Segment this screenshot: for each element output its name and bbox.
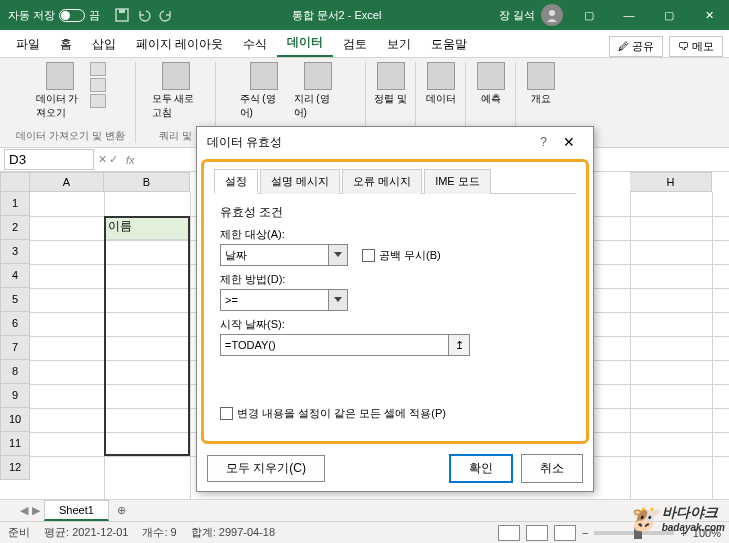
zoom-in-icon[interactable]: +	[680, 527, 686, 539]
fx-icon[interactable]: fx	[122, 154, 139, 166]
data-tools-button[interactable]: 데이터	[417, 62, 465, 106]
row-header[interactable]: 8	[0, 360, 30, 384]
group-label: 데이터 가져오기 및 변환	[16, 129, 124, 143]
dialog-titlebar[interactable]: 데이터 유효성 ? ✕	[197, 127, 593, 157]
row-header[interactable]: 1	[0, 192, 30, 216]
redo-icon[interactable]	[158, 7, 174, 23]
row-header[interactable]: 11	[0, 432, 30, 456]
refresh-all-button[interactable]: 모두 새로고침	[152, 62, 200, 120]
checkbox-icon	[220, 407, 233, 420]
apply-all-checkbox[interactable]: 변경 내용을 설정이 같은 모든 셀에 적용(P)	[220, 406, 570, 421]
zoom-slider[interactable]	[594, 531, 674, 535]
from-table-icon[interactable]	[90, 94, 106, 108]
row-header[interactable]: 4	[0, 264, 30, 288]
col-header[interactable]: B	[104, 172, 190, 192]
tab-insert[interactable]: 삽입	[82, 32, 126, 57]
row-header[interactable]: 2	[0, 216, 30, 240]
document-title: 통합 문서2 - Excel	[180, 8, 493, 23]
cancel-formula-icon[interactable]: ✕	[98, 153, 107, 166]
tab-formulas[interactable]: 수식	[233, 32, 277, 57]
start-date-label: 시작 날짜(S):	[220, 317, 570, 332]
tab-settings[interactable]: 설정	[214, 169, 258, 194]
sort-filter-button[interactable]: 정렬 및	[367, 62, 415, 106]
row-header[interactable]: 7	[0, 336, 30, 360]
sheet-tab[interactable]: Sheet1	[44, 500, 109, 521]
title-bar: 자동 저장 끔 통합 문서2 - Excel 장 길석 ▢ — ▢ ✕	[0, 0, 729, 30]
maximize-icon[interactable]: ▢	[649, 0, 689, 30]
tab-input-message[interactable]: 설명 메시지	[260, 169, 340, 194]
dialog-title: 데이터 유효성	[207, 134, 532, 151]
tab-home[interactable]: 홈	[50, 32, 82, 57]
geography-icon	[304, 62, 332, 90]
get-data-button[interactable]: 데이터 가져오기	[36, 62, 84, 120]
sheet-nav-prev-icon[interactable]: ◀	[20, 504, 28, 517]
allow-dropdown[interactable]: 날짜	[220, 244, 348, 266]
close-icon[interactable]: ✕	[555, 134, 583, 150]
zoom-out-icon[interactable]: −	[582, 527, 588, 539]
status-sum: 합계: 2997-04-18	[191, 525, 275, 540]
ribbon-options-icon[interactable]: ▢	[569, 0, 609, 30]
data-label: 제한 방법(D):	[220, 272, 570, 287]
share-button[interactable]: 🖉 공유	[609, 36, 663, 57]
tab-ime-mode[interactable]: IME 모드	[424, 169, 491, 194]
sheet-nav-next-icon[interactable]: ▶	[32, 504, 40, 517]
page-break-view-icon[interactable]	[554, 525, 576, 541]
sheet-tab-bar: ◀ ▶ Sheet1 ⊕	[0, 499, 729, 521]
help-icon[interactable]: ?	[532, 135, 555, 149]
from-text-icon[interactable]	[90, 62, 106, 76]
row-header[interactable]: 3	[0, 240, 30, 264]
tab-review[interactable]: 검토	[333, 32, 377, 57]
row-header[interactable]: 5	[0, 288, 30, 312]
quick-access-toolbar	[108, 7, 180, 23]
col-header[interactable]: A	[30, 172, 104, 192]
row-header[interactable]: 6	[0, 312, 30, 336]
tab-view[interactable]: 보기	[377, 32, 421, 57]
data-dropdown[interactable]: >=	[220, 289, 348, 311]
dialog-tabs: 설정 설명 메시지 오류 메시지 IME 모드	[214, 168, 576, 194]
close-icon[interactable]: ✕	[689, 0, 729, 30]
forecast-button[interactable]: 예측	[467, 62, 515, 106]
page-layout-view-icon[interactable]	[526, 525, 548, 541]
status-ready: 준비	[8, 525, 30, 540]
window-controls: ▢ — ▢ ✕	[569, 0, 729, 30]
enter-formula-icon[interactable]: ✓	[109, 153, 118, 166]
col-header[interactable]: H	[630, 172, 712, 192]
stocks-button[interactable]: 주식 (영어)	[240, 62, 288, 120]
autosave-toggle[interactable]: 자동 저장 끔	[0, 8, 108, 23]
start-date-input[interactable]: =TODAY()	[220, 334, 470, 356]
outline-icon	[527, 62, 555, 90]
user-area[interactable]: 장 길석	[493, 4, 569, 26]
geography-button[interactable]: 지리 (영어)	[294, 62, 342, 120]
save-icon[interactable]	[114, 7, 130, 23]
from-web-icon[interactable]	[90, 78, 106, 92]
clear-all-button[interactable]: 모두 지우기(C)	[207, 455, 325, 482]
cancel-button[interactable]: 취소	[521, 454, 583, 483]
zoom-level[interactable]: 100%	[693, 527, 721, 539]
data-tools-icon	[427, 62, 455, 90]
minimize-icon[interactable]: —	[609, 0, 649, 30]
ignore-blank-checkbox[interactable]: 공백 무시(B)	[362, 248, 441, 263]
tab-error-message[interactable]: 오류 메시지	[342, 169, 422, 194]
tab-layout[interactable]: 페이지 레이아웃	[126, 32, 233, 57]
chevron-down-icon	[334, 297, 342, 302]
row-header[interactable]: 9	[0, 384, 30, 408]
row-header[interactable]: 10	[0, 408, 30, 432]
outline-button[interactable]: 개요	[517, 62, 565, 106]
tab-data[interactable]: 데이터	[277, 30, 333, 57]
select-all-corner[interactable]	[0, 172, 30, 192]
chevron-down-icon	[334, 252, 342, 257]
cell-b2[interactable]: 이름	[104, 216, 190, 240]
memo-button[interactable]: 🗨 메모	[669, 36, 723, 57]
tab-file[interactable]: 파일	[6, 32, 50, 57]
row-header[interactable]: 12	[0, 456, 30, 480]
normal-view-icon[interactable]	[498, 525, 520, 541]
name-box[interactable]	[4, 149, 94, 170]
tab-help[interactable]: 도움말	[421, 32, 477, 57]
status-count: 개수: 9	[142, 525, 176, 540]
add-sheet-icon[interactable]: ⊕	[113, 502, 131, 520]
user-name: 장 길석	[499, 8, 535, 23]
database-icon	[46, 62, 74, 90]
undo-icon[interactable]	[136, 7, 152, 23]
ribbon-tabs: 파일 홈 삽입 페이지 레이아웃 수식 데이터 검토 보기 도움말 🖉 공유 🗨…	[0, 30, 729, 58]
ok-button[interactable]: 확인	[449, 454, 513, 483]
